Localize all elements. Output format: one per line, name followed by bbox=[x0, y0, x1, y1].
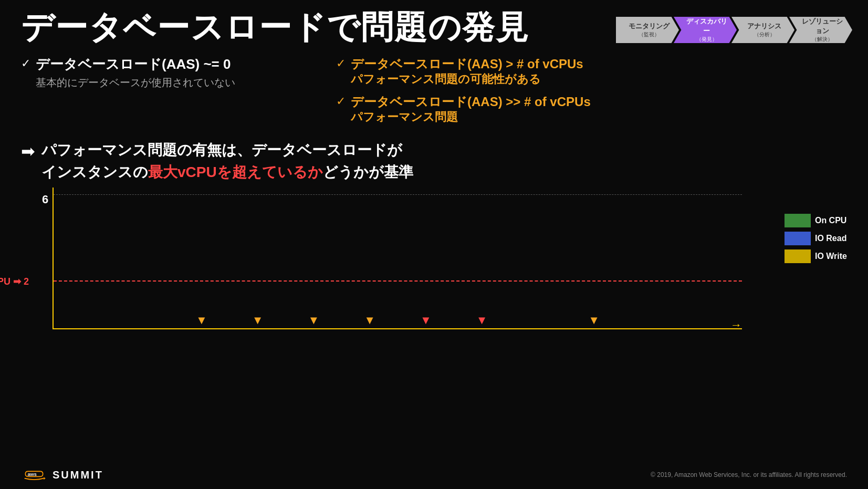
page-title: データベースロードで問題の発見 bbox=[21, 9, 529, 45]
check-mark-3: ✓ bbox=[336, 95, 346, 108]
legend-io-read: IO Read bbox=[785, 232, 847, 245]
check-mark-2: ✓ bbox=[336, 57, 346, 70]
aws-svg-icon: aws bbox=[21, 467, 47, 483]
check-item-1: ✓ データベースロード(AAS) ~= 0 基本的にデータベースが使用されていな… bbox=[21, 56, 315, 90]
pipeline-step-0: モニタリング（監視） bbox=[616, 17, 679, 43]
header: データベースロードで問題の発見 モニタリング（監視）ディスカバリー（発見）アナリ… bbox=[0, 0, 868, 45]
footer-logo: aws SUMMIT bbox=[21, 467, 103, 483]
pipeline-step-1: ディスカバリー（発見） bbox=[674, 17, 737, 43]
check-item-2: ✓ データベースロード(AAS) > # of vCPUs パフォーマンス問題の… bbox=[336, 56, 847, 87]
bar-arrow-5: ▼ bbox=[364, 314, 375, 327]
summit-text: SUMMIT bbox=[53, 469, 103, 481]
legend-label-io-write: IO Write bbox=[815, 252, 847, 261]
bar-arrow-7: ▼ bbox=[476, 314, 488, 327]
summary-line2-suffix: どうかが基準 bbox=[323, 164, 413, 180]
pipeline: モニタリング（監視）ディスカバリー（発見）アナリシス（分析）レゾリューション（解… bbox=[616, 17, 852, 43]
summary-line1: パフォーマンス問題の有無は、データベースロードが bbox=[41, 142, 402, 158]
check-mark-1: ✓ bbox=[21, 57, 30, 70]
bar-arrow-2: ▼ bbox=[196, 314, 207, 327]
check1-sub: 基本的にデータベースが使用されていない bbox=[36, 76, 235, 90]
summary-line2-prefix: インスタンスの bbox=[41, 164, 148, 180]
bar-arrow-9: ▼ bbox=[588, 314, 600, 327]
check3-main: データベースロード(AAS) >> # of vCPUs bbox=[351, 93, 591, 110]
chart-area: 6 Max vCPU ➡ 2 ▼▼▼▼▼▼▼ → On CPU IO Read … bbox=[21, 188, 847, 350]
left-panel: ✓ データベースロード(AAS) ~= 0 基本的にデータベースが使用されていな… bbox=[21, 56, 315, 131]
footer: aws SUMMIT © 2019, Amazon Web Services, … bbox=[21, 467, 847, 483]
chart-legend: On CPU IO Read IO Write bbox=[785, 214, 847, 263]
main-content: ✓ データベースロード(AAS) ~= 0 基本的にデータベースが使用されていな… bbox=[0, 45, 868, 131]
legend-color-on-cpu bbox=[785, 214, 811, 227]
legend-color-io-read bbox=[785, 232, 811, 245]
max-vcpu-label: Max vCPU ➡ 2 bbox=[0, 276, 29, 287]
check1-main: データベースロード(AAS) ~= 0 bbox=[36, 56, 235, 74]
bars-wrapper: ▼▼▼▼▼▼▼ bbox=[54, 188, 742, 328]
pipeline-step-3: レゾリューション（解決） bbox=[789, 17, 852, 43]
check3-sub: パフォーマンス問題 bbox=[351, 110, 591, 125]
aws-logo: aws bbox=[21, 467, 47, 483]
bar-arrow-6: ▼ bbox=[420, 314, 432, 327]
svg-marker-1 bbox=[44, 477, 45, 480]
summary-arrow: ➡ bbox=[21, 141, 35, 161]
check2-sub: パフォーマンス問題の可能性がある bbox=[351, 72, 583, 87]
chart-y-label: 6 bbox=[42, 193, 48, 206]
legend-io-write: IO Write bbox=[785, 249, 847, 263]
summary-highlight: 最大vCPUを超えているか bbox=[148, 164, 323, 180]
legend-on-cpu: On CPU bbox=[785, 214, 847, 227]
check2-main: データベースロード(AAS) > # of vCPUs bbox=[351, 56, 583, 72]
x-axis-arrow: → bbox=[730, 318, 742, 332]
summary-text: パフォーマンス問題の有無は、データベースロードが インスタンスの最大vCPUを超… bbox=[41, 139, 413, 183]
bar-arrow-3: ▼ bbox=[252, 314, 264, 327]
footer-copyright: © 2019, Amazon Web Services, Inc. or its… bbox=[651, 471, 847, 478]
svg-text:aws: aws bbox=[28, 472, 37, 477]
legend-label-io-read: IO Read bbox=[815, 234, 846, 243]
check-item-3: ✓ データベースロード(AAS) >> # of vCPUs パフォーマンス問題 bbox=[336, 93, 847, 125]
legend-label-on-cpu: On CPU bbox=[815, 216, 846, 225]
chart-container: Max vCPU ➡ 2 ▼▼▼▼▼▼▼ bbox=[53, 188, 742, 329]
right-panel: ✓ データベースロード(AAS) > # of vCPUs パフォーマンス問題の… bbox=[336, 56, 847, 131]
summary-box: ➡ パフォーマンス問題の有無は、データベースロードが インスタンスの最大vCPU… bbox=[21, 139, 847, 183]
pipeline-step-2: アナリシス（分析） bbox=[731, 17, 794, 43]
bar-arrow-4: ▼ bbox=[308, 314, 319, 327]
legend-color-io-write bbox=[785, 249, 811, 263]
